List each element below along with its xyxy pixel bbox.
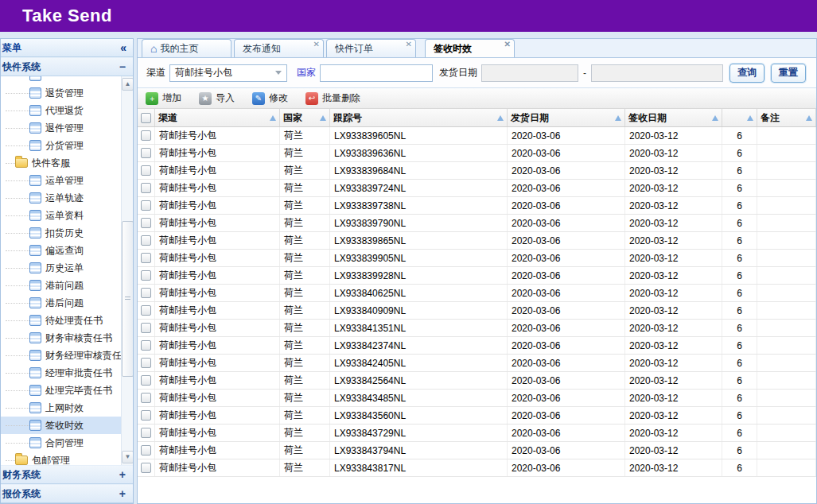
import-button[interactable]: ★ 导入 [199, 91, 235, 105]
sort-icon[interactable] [270, 115, 276, 121]
tab-express-order[interactable]: 快件订单 ✕ [326, 39, 416, 57]
scroll-up-icon[interactable]: ▲ [122, 78, 133, 91]
select-all-checkbox[interactable] [141, 113, 151, 123]
row-checkbox[interactable] [141, 323, 151, 333]
date-from-input[interactable] [481, 64, 578, 82]
tree-item[interactable]: 历史运单 [1, 259, 121, 277]
row-checkbox[interactable] [141, 200, 151, 211]
table-row[interactable]: 荷邮挂号小包 荷兰 LX933839684NL 2020-03-06 2020-… [138, 162, 816, 180]
row-checkbox[interactable] [141, 410, 151, 421]
tree-item[interactable]: 扣货历史 [1, 224, 121, 242]
row-checkbox[interactable] [141, 340, 151, 351]
date-to-input[interactable] [591, 64, 723, 82]
tree-item[interactable]: 运单管理 [1, 172, 121, 189]
table-row[interactable]: 荷邮挂号小包 荷兰 LX933839636NL 2020-03-06 2020-… [138, 145, 816, 162]
row-checkbox[interactable] [141, 288, 151, 298]
tab-my-home[interactable]: ⌂ 我的主页 [142, 39, 231, 57]
table-row[interactable]: 荷邮挂号小包 荷兰 LX933841351NL 2020-03-06 2020-… [138, 320, 816, 337]
row-checkbox[interactable] [141, 375, 151, 386]
tree-item[interactable]: 快件客服 [1, 154, 121, 172]
tree-item[interactable]: 合同管理 [1, 434, 121, 452]
row-checkbox[interactable] [141, 393, 151, 403]
row-checkbox[interactable] [141, 130, 151, 141]
tree-item[interactable]: 待处理责任书 [1, 312, 121, 329]
tree-item[interactable]: 偏远查询 [1, 242, 121, 259]
scroll-down-icon[interactable]: ▼ [122, 451, 133, 463]
tree-item[interactable]: 运单轨迹 [1, 189, 121, 207]
tree-item[interactable]: 退货管理 [1, 84, 121, 102]
sidebar-section-quote-system[interactable]: 报价系统 + [1, 484, 133, 503]
table-row[interactable]: 荷邮挂号小包 荷兰 LX933839605NL 2020-03-06 2020-… [138, 127, 816, 145]
tree-item[interactable]: 包邮管理 [1, 452, 121, 465]
tab-sign-time[interactable]: 签收时效 ✕ [425, 39, 515, 57]
table-row[interactable]: 荷邮挂号小包 荷兰 LX933839724NL 2020-03-06 2020-… [138, 180, 816, 197]
row-checkbox[interactable] [141, 358, 151, 368]
tree-item[interactable]: 分货管理 [1, 137, 121, 154]
scrollbar-thumb[interactable] [122, 221, 133, 377]
table-row[interactable]: 荷邮挂号小包 荷兰 LX933840909NL 2020-03-06 2020-… [138, 302, 816, 320]
tree-item[interactable]: 上网时效 [1, 399, 121, 417]
column-header-channel[interactable]: 渠道 [155, 109, 280, 126]
table-row[interactable]: 荷邮挂号小包 荷兰 LX933843560NL 2020-03-06 2020-… [138, 407, 816, 425]
plus-icon[interactable]: + [119, 468, 126, 481]
add-button[interactable]: ＋ 增加 [146, 91, 181, 105]
row-checkbox[interactable] [141, 270, 151, 281]
row-checkbox[interactable] [141, 428, 151, 438]
table-row[interactable]: 荷邮挂号小包 荷兰 LX933843794NL 2020-03-06 2020-… [138, 442, 816, 459]
table-row[interactable]: 荷邮挂号小包 荷兰 LX933843729NL 2020-03-06 2020-… [138, 425, 816, 442]
reset-button[interactable]: 重置 [771, 64, 806, 83]
country-input[interactable] [320, 64, 433, 82]
column-header-sign-date[interactable]: 签收日期 [625, 109, 722, 126]
table-row[interactable]: 荷邮挂号小包 荷兰 LX933839790NL 2020-03-06 2020-… [138, 215, 816, 232]
table-row[interactable]: 荷邮挂号小包 荷兰 LX933839865NL 2020-03-06 2020-… [138, 232, 816, 250]
tree-item[interactable]: 代理退货 [1, 102, 121, 119]
sidebar-section-finance-system[interactable]: 财务系统 + [1, 465, 133, 484]
table-row[interactable]: 荷邮挂号小包 荷兰 LX933842405NL 2020-03-06 2020-… [138, 355, 816, 372]
edit-button[interactable]: ✎ 修改 [252, 91, 288, 105]
column-header-remark[interactable]: 备注 [757, 109, 816, 126]
close-icon[interactable]: ✕ [313, 41, 320, 48]
sort-icon[interactable] [712, 115, 718, 121]
tree-item[interactable]: 港前问题 [1, 277, 121, 294]
tree-item[interactable]: 签收时效 [1, 417, 121, 434]
table-row[interactable]: 荷邮挂号小包 荷兰 LX933839905NL 2020-03-06 2020-… [138, 250, 816, 267]
column-header-country[interactable]: 国家 [280, 109, 330, 126]
table-row[interactable]: 荷邮挂号小包 荷兰 LX933839738NL 2020-03-06 2020-… [138, 197, 816, 215]
sort-icon[interactable] [497, 115, 504, 121]
sort-icon[interactable] [320, 115, 326, 121]
table-row[interactable]: 荷邮挂号小包 荷兰 LX933839928NL 2020-03-06 2020-… [138, 267, 816, 285]
plus-icon[interactable]: + [119, 487, 126, 500]
tree-item[interactable]: 退件管理 [1, 119, 121, 137]
row-checkbox[interactable] [141, 218, 151, 228]
sort-icon[interactable] [806, 115, 812, 121]
sidebar-section-express-system[interactable]: 快件系统 − [1, 57, 133, 76]
table-row[interactable]: 荷邮挂号小包 荷兰 LX933843817NL 2020-03-06 2020-… [138, 459, 816, 477]
table-row[interactable]: 荷邮挂号小包 荷兰 LX933840625NL 2020-03-06 2020-… [138, 285, 816, 302]
tree-item[interactable]: 经理审批责任书 [1, 364, 121, 382]
row-checkbox[interactable] [141, 305, 151, 316]
tree-item[interactable]: 港后问题 [1, 294, 121, 312]
row-checkbox[interactable] [141, 148, 151, 158]
column-header-tracking[interactable]: 跟踪号 [330, 109, 508, 126]
row-checkbox[interactable] [141, 445, 151, 456]
tree-scrollbar[interactable]: ▲ ▼ [121, 76, 133, 465]
row-checkbox[interactable] [141, 463, 151, 473]
table-row[interactable]: 荷邮挂号小包 荷兰 LX933843485NL 2020-03-06 2020-… [138, 390, 816, 407]
minus-icon[interactable]: − [119, 60, 126, 73]
close-icon[interactable]: ✕ [504, 41, 511, 48]
search-button[interactable]: 查询 [729, 64, 764, 83]
tree-item[interactable]: 处理完毕责任书 [1, 382, 121, 399]
batch-delete-button[interactable]: ↩ 批量删除 [305, 91, 360, 105]
tree-item[interactable] [1, 76, 121, 84]
row-checkbox[interactable] [141, 165, 151, 176]
sort-icon[interactable] [615, 115, 621, 121]
column-header-ship-date[interactable]: 发货日期 [508, 109, 625, 126]
column-header-days[interactable] [722, 109, 757, 126]
close-icon[interactable]: ✕ [406, 41, 412, 48]
row-checkbox[interactable] [141, 183, 151, 193]
tab-publish-notice[interactable]: 发布通知 ✕ [234, 39, 324, 57]
table-row[interactable]: 荷邮挂号小包 荷兰 LX933842374NL 2020-03-06 2020-… [138, 337, 816, 355]
sort-icon[interactable] [747, 115, 753, 121]
tree-item[interactable]: 财务审核责任书 [1, 329, 121, 347]
row-checkbox[interactable] [141, 235, 151, 246]
